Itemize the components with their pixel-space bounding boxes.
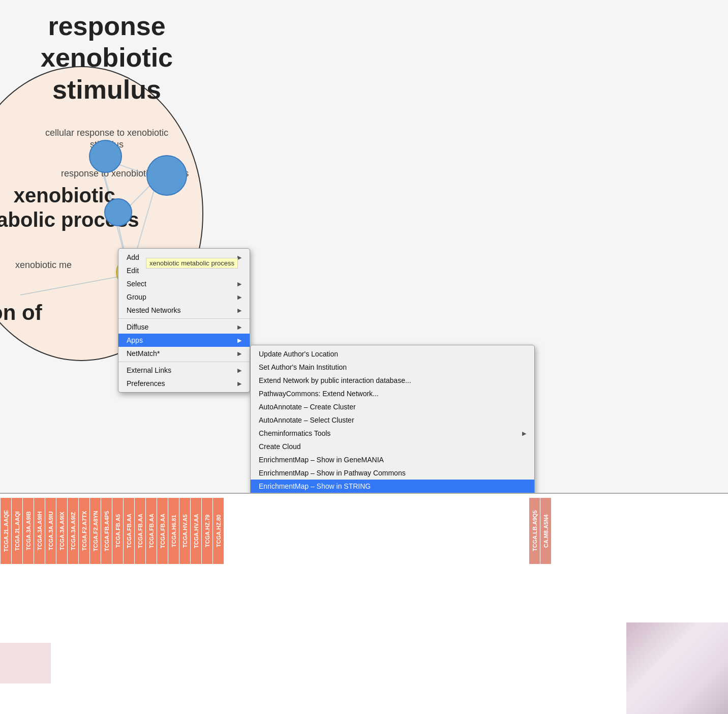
cheminformatics-arrow-icon: ▶: [522, 430, 526, 437]
network-canvas: responsexenobioticstimulus cellular resp…: [0, 0, 728, 714]
menu-separator-1: [118, 318, 250, 319]
main-title-label: responsexenobioticstimulus: [41, 10, 173, 105]
node-blue-3[interactable]: [104, 198, 132, 226]
submenu-enrichmentmap-genemania[interactable]: EnrichmentMap – Show in GeneMANIA: [251, 453, 534, 466]
data-col-17: TCGA.HV.AA: [190, 498, 201, 564]
data-col-19: TCGA.HZ.80: [213, 498, 224, 564]
node-blue-1[interactable]: [89, 140, 122, 173]
menu-item-group[interactable]: Group ▶: [118, 290, 250, 304]
data-col-7: TCGA.F2.A7TX: [78, 498, 89, 564]
xenobiotic-me-label: xenobiotic me: [15, 259, 72, 271]
submenu-autoannotate-create[interactable]: AutoAnnotate – Create Cluster: [251, 400, 534, 413]
submenu-extend-network[interactable]: Extend Network by public interaction dat…: [251, 374, 534, 387]
data-col-5: TCGA.3A.A9IX: [56, 498, 67, 564]
external-arrow-icon: ▶: [237, 367, 241, 374]
menu-item-apps[interactable]: Apps ▶: [118, 334, 250, 347]
data-col-6: TCGA.3A.A9IZ: [67, 498, 78, 564]
menu-item-netmatch[interactable]: NetMatch* ▶: [118, 347, 250, 360]
data-col-3: TCGA.3A.A9IH: [34, 498, 45, 564]
heatmap-scatter: [0, 643, 51, 683]
data-col-14: TCGA.FB.AA: [157, 498, 168, 564]
menu-item-select[interactable]: Select ▶: [118, 277, 250, 290]
data-cols-container: TCGA.2L.AAQE TCGA.2L.AAQI TCGA.3A.A9IB T…: [0, 494, 728, 564]
select-arrow-icon: ▶: [237, 281, 241, 287]
menu-item-nested-networks[interactable]: Nested Networks ▶: [118, 304, 250, 317]
submenu-pathway-commons[interactable]: PathwayCommons: Extend Network...: [251, 387, 534, 400]
submenu-enrichmentmap-pathway[interactable]: EnrichmentMap – Show in Pathway Commons: [251, 466, 534, 480]
data-col-12: TCGA.FB.AA: [134, 498, 145, 564]
data-col-18: TCGA.HZ.79: [201, 498, 213, 564]
netmatch-arrow-icon: ▶: [237, 350, 241, 357]
data-col-16: TCGA.HV.A5: [179, 498, 190, 564]
data-col-0: TCGA.2L.AAQE: [0, 498, 11, 564]
data-col-15: TCGA.H6.81: [168, 498, 179, 564]
data-col-11: TCGA.FB.AA: [123, 498, 134, 564]
heatmap-area: [626, 622, 728, 714]
submenu-enrichmentmap-string[interactable]: EnrichmentMap – Show in STRING: [251, 480, 534, 493]
group-arrow-icon: ▶: [237, 294, 241, 301]
menu-tooltip: xenobiotic metabolic process: [146, 258, 238, 269]
data-col-10: TCGA.FB.A5: [112, 498, 123, 564]
on-of-label: on of: [0, 300, 42, 325]
menu-item-preferences[interactable]: Preferences ▶: [118, 377, 250, 390]
menu-item-diffuse[interactable]: Diffuse ▶: [118, 320, 250, 334]
data-col-13: TCGA.FB.AA: [145, 498, 157, 564]
data-col-2: TCGA.3A.A9IB: [22, 498, 34, 564]
data-table: TCGA.2L.AAQE TCGA.2L.AAQI TCGA.3A.A9IB T…: [0, 493, 728, 714]
context-menu[interactable]: xenobiotic metabolic process Add ▶ Edit …: [118, 248, 250, 393]
submenu-autoannotate-select[interactable]: AutoAnnotate – Select Cluster: [251, 413, 534, 427]
submenu-create-cloud[interactable]: Create Cloud: [251, 440, 534, 453]
apps-submenu[interactable]: Update Author's Location Set Author's Ma…: [250, 345, 535, 509]
data-col-8: TCGA.F2.A8YN: [89, 498, 101, 564]
data-col-4: TCGA.3A.A9IU: [45, 498, 56, 564]
apps-arrow-icon: ▶: [237, 337, 241, 344]
preferences-arrow-icon: ▶: [237, 380, 241, 387]
data-col-9: TCGA.FB.A4P5: [101, 498, 112, 564]
diffuse-arrow-icon: ▶: [237, 324, 241, 331]
data-col-r2: CA.M8.A5N4: [540, 498, 551, 564]
submenu-cheminformatics[interactable]: Cheminformatics Tools ▶: [251, 427, 534, 440]
menu-item-external-links[interactable]: External Links ▶: [118, 364, 250, 377]
submenu-update-author[interactable]: Update Author's Location: [251, 347, 534, 361]
submenu-set-institution[interactable]: Set Author's Main Institution: [251, 361, 534, 374]
nested-arrow-icon: ▶: [237, 307, 241, 314]
menu-separator-2: [118, 362, 250, 362]
add-arrow-icon: ▶: [237, 254, 241, 261]
node-blue-2[interactable]: [146, 155, 187, 196]
data-col-1: TCGA.2L.AAQI: [11, 498, 22, 564]
data-col-r1: TCGA.LB.A9Q5: [529, 498, 540, 564]
